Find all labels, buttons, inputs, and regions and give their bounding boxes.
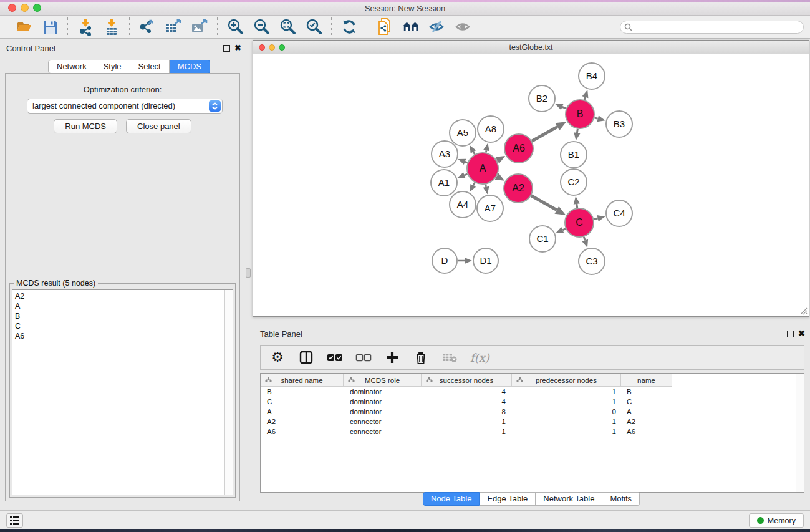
zoom-selected-button[interactable] — [305, 18, 322, 36]
tab-edge-table[interactable]: Edge Table — [480, 492, 536, 506]
split-divider-vertical[interactable] — [244, 39, 253, 510]
graph-edge-C-C3[interactable] — [584, 237, 585, 241]
unchecked-boxes-icon — [355, 354, 372, 362]
table-settings-button[interactable]: ⚙ — [269, 349, 286, 365]
column-header-name[interactable]: name — [621, 374, 672, 387]
tab-network[interactable]: Network — [48, 60, 95, 74]
list-icon — [10, 516, 19, 525]
table-scrollbar[interactable] — [796, 374, 804, 492]
hide-selected-button[interactable] — [428, 18, 446, 36]
search-input[interactable] — [620, 21, 804, 34]
result-item[interactable]: A — [15, 301, 233, 311]
attribute-tree-icon — [516, 377, 523, 383]
table-row[interactable]: C dominator 4 1 C — [261, 397, 672, 407]
graph-edge-A-A4[interactable] — [473, 183, 475, 186]
select-all-button[interactable] — [327, 349, 343, 365]
save-session-button[interactable] — [41, 18, 59, 36]
table-row[interactable]: A dominator 8 0 A — [261, 407, 672, 417]
window-title: Session: New Session — [0, 4, 810, 13]
eye-icon — [455, 19, 472, 34]
result-item[interactable]: A6 — [15, 331, 233, 341]
show-log-button[interactable] — [6, 513, 23, 528]
graph-edge-A6-B[interactable] — [532, 127, 557, 141]
zoom-fit-button[interactable] — [279, 18, 296, 36]
show-all-button[interactable] — [455, 18, 472, 36]
graph-edge-C-C2[interactable] — [577, 204, 577, 208]
close-panel-button[interactable]: Close panel — [126, 119, 191, 133]
zoom-out-button[interactable] — [253, 18, 270, 36]
graph-edge-C-C4[interactable] — [594, 218, 597, 219]
import-group — [68, 17, 130, 36]
tab-network-table[interactable]: Network Table — [536, 492, 602, 506]
graph-edge-B-B4[interactable] — [584, 97, 585, 100]
attribute-tree-icon — [348, 377, 355, 383]
attribute-tree-icon — [265, 377, 272, 383]
network-graph[interactable]: B4B2BB3A8A5A6A3B1AC2A1A2A4A7C4CC1C3DD1 — [254, 54, 809, 316]
close-panel-icon[interactable]: ✖ — [234, 43, 241, 52]
result-item[interactable]: B — [15, 311, 233, 321]
checked-boxes-icon — [327, 354, 343, 362]
result-item[interactable]: A2 — [15, 291, 233, 301]
memory-button[interactable]: Memory — [749, 513, 804, 528]
node-table: shared name MCDS role successor nodes pr… — [260, 373, 804, 493]
mcds-buttons-row: Run MCDS Close panel — [6, 119, 239, 133]
table-body: B dominator 4 1 B C dominator 4 1 C A do… — [261, 387, 672, 437]
tab-node-table[interactable]: Node Table — [423, 492, 480, 506]
export-network-button[interactable] — [138, 18, 156, 36]
graph-node-label: A — [480, 163, 486, 173]
first-neighbors-button[interactable] — [402, 18, 420, 36]
graph-edge-A2-C[interactable] — [531, 196, 557, 210]
result-list-scrollbar[interactable] — [224, 290, 233, 495]
graph-edge-A-A7[interactable] — [486, 185, 486, 187]
result-item[interactable]: C — [15, 321, 233, 331]
column-header-shared-name[interactable]: shared name — [261, 374, 344, 387]
float-table-panel-icon[interactable] — [787, 331, 794, 337]
zoom-in-button[interactable] — [226, 18, 244, 36]
export-image-button[interactable] — [191, 18, 208, 36]
add-column-button[interactable] — [384, 349, 400, 365]
open-session-button[interactable] — [15, 18, 32, 36]
graph-edge-B-B1[interactable] — [577, 129, 577, 133]
column-header-mcds-role[interactable]: MCDS role — [344, 374, 422, 387]
close-table-panel-icon[interactable]: ✖ — [798, 329, 805, 338]
criterion-select[interactable]: largest connected component (directed) — [27, 99, 223, 114]
graph-edge-A-A1[interactable] — [465, 174, 468, 175]
tab-select[interactable]: Select — [130, 60, 170, 74]
table-row[interactable]: A6 connector 1 1 A6 — [261, 427, 672, 437]
delete-column-button[interactable] — [413, 349, 429, 365]
graph-edge-A-A5[interactable] — [473, 152, 475, 154]
graph-edge-A-A8[interactable] — [486, 150, 486, 152]
tab-motifs[interactable]: Motifs — [602, 492, 640, 506]
table-panel: Table Panel ✖ ⚙ f(x) shared name — [253, 324, 810, 510]
resize-grip-icon[interactable] — [800, 307, 808, 315]
deselect-all-button[interactable] — [355, 349, 372, 365]
graph-edge-arrowhead — [574, 196, 580, 205]
import-network-button[interactable] — [77, 18, 94, 36]
gear-icon: ⚙ — [271, 351, 284, 364]
graph-edge-B-B3[interactable] — [594, 118, 598, 118]
column-visibility-button[interactable] — [298, 349, 314, 365]
graph-edge-A-A3[interactable] — [465, 162, 468, 163]
divider-collapse-handle[interactable] — [246, 268, 251, 278]
float-panel-icon[interactable] — [223, 45, 230, 52]
tab-mcds[interactable]: MCDS — [170, 60, 210, 74]
table-row[interactable]: A2 connector 1 1 A2 — [261, 417, 672, 427]
graph-edge-C-C1[interactable] — [562, 229, 566, 230]
graph-node-label: C1 — [536, 233, 548, 244]
clone-network-button[interactable] — [376, 18, 393, 36]
graph-edge-arrowhead — [574, 132, 580, 140]
network-canvas[interactable]: B4B2BB3A8A5A6A3B1AC2A1A2A4A7C4CC1C3DD1 — [254, 54, 808, 316]
run-mcds-button[interactable]: Run MCDS — [54, 119, 117, 133]
graph-node-label: C4 — [613, 208, 625, 218]
graph-edge-B-B2[interactable] — [562, 107, 566, 109]
table-row[interactable]: B dominator 4 1 B — [261, 387, 672, 397]
column-header-successor-nodes[interactable]: successor nodes — [422, 374, 512, 387]
mcds-result-list[interactable]: A2 A B C A6 — [12, 289, 233, 495]
import-table-button[interactable] — [103, 18, 120, 36]
export-table-button[interactable] — [165, 18, 182, 36]
tab-style[interactable]: Style — [95, 60, 130, 74]
network-window-titlebar: testGlobe.txt — [253, 41, 809, 54]
columns-icon — [299, 351, 313, 364]
column-header-predecessor-nodes[interactable]: predecessor nodes — [512, 374, 621, 387]
refresh-layout-button[interactable] — [340, 18, 358, 36]
